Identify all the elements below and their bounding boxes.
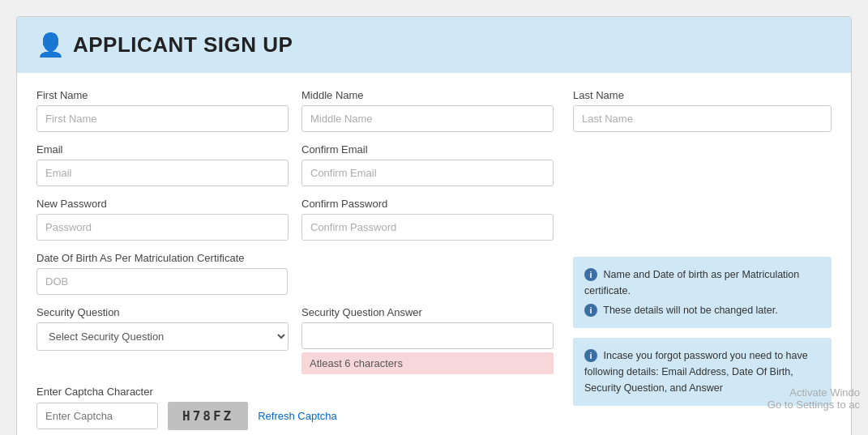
form-fields-left: First Name Middle Name Email Confirm Ema…	[36, 89, 567, 435]
new-password-group: New Password	[36, 198, 289, 241]
confirm-email-label: Confirm Email	[301, 143, 554, 156]
security-question-select[interactable]: Select Security Question	[36, 322, 289, 351]
first-name-input[interactable]	[36, 105, 289, 132]
new-password-label: New Password	[36, 198, 289, 210]
security-answer-label: Security Question Answer	[301, 306, 554, 318]
middle-name-group: Middle Name	[301, 89, 554, 132]
info-box-2-text: i Incase you forgot password you need to…	[584, 348, 820, 396]
info-box-2: i Incase you forgot password you need to…	[573, 338, 832, 406]
user-icon: 👤	[36, 32, 65, 58]
form-right-panel: Last Name i Name and Date of birth as pe…	[567, 89, 832, 435]
captcha-row: H78FZ Refresh Captcha	[36, 402, 554, 430]
confirm-password-group: Confirm Password	[301, 198, 554, 241]
info-icon-3: i	[584, 349, 597, 362]
info-icon-1: i	[584, 268, 597, 281]
confirm-email-input[interactable]	[301, 160, 554, 186]
info-box-1-line1: i Name and Date of birth as per Matricul…	[584, 267, 820, 299]
last-name-input[interactable]	[573, 105, 832, 132]
last-name-label: Last Name	[573, 89, 832, 101]
security-question-group: Security Question Select Security Questi…	[36, 306, 289, 374]
email-label: Email	[36, 143, 289, 156]
new-password-input[interactable]	[36, 214, 289, 241]
security-question-label: Security Question	[36, 306, 289, 318]
security-answer-input[interactable]	[301, 322, 554, 349]
captcha-input[interactable]	[36, 403, 158, 429]
middle-name-label: Middle Name	[301, 89, 554, 101]
dob-label: Date Of Birth As Per Matriculation Certi…	[36, 252, 554, 264]
dob-group: Date Of Birth As Per Matriculation Certi…	[36, 252, 554, 295]
info-box-1: i Name and Date of birth as per Matricul…	[573, 257, 832, 328]
captcha-display: H78FZ	[168, 402, 248, 430]
security-answer-validation: Atleast 6 characters	[301, 352, 554, 374]
confirm-password-label: Confirm Password	[301, 198, 554, 210]
email-input[interactable]	[36, 160, 289, 186]
confirm-password-input[interactable]	[301, 214, 554, 241]
form-header: 👤 APPLICANT SIGN UP	[17, 17, 851, 73]
refresh-captcha-link[interactable]: Refresh Captcha	[258, 410, 337, 422]
dob-input[interactable]	[36, 268, 288, 295]
security-row: Security Question Select Security Questi…	[36, 306, 554, 386]
middle-name-input[interactable]	[301, 105, 554, 132]
confirm-email-group: Confirm Email	[301, 143, 554, 186]
first-name-group: First Name	[36, 89, 289, 132]
security-answer-group: Security Question Answer Atleast 6 chara…	[301, 306, 554, 374]
first-name-label: First Name	[36, 89, 289, 101]
last-name-group: Last Name	[573, 89, 832, 132]
info-box-1-line2: i These details will not be changed late…	[584, 302, 820, 318]
captcha-group: Enter Captcha Character H78FZ Refresh Ca…	[36, 386, 554, 430]
page-title: APPLICANT SIGN UP	[73, 32, 293, 58]
info-icon-2: i	[584, 304, 597, 317]
email-group: Email	[36, 143, 289, 186]
captcha-label: Enter Captcha Character	[36, 386, 554, 398]
